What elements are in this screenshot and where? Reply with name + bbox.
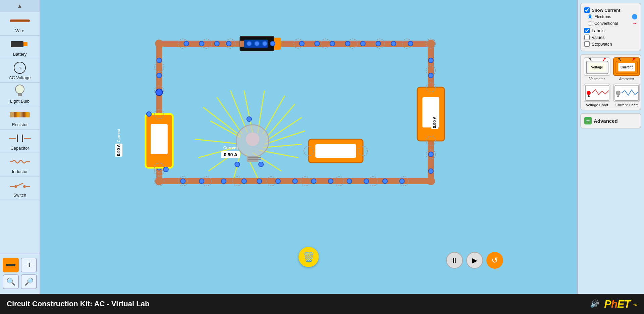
- capacitor-label: Capacitor: [10, 146, 29, 151]
- svg-point-131: [235, 162, 239, 167]
- electrons-radio[interactable]: [588, 14, 592, 19]
- current-chart-item[interactable]: Current Chart: [613, 84, 640, 107]
- switch-label: Switch: [13, 193, 26, 198]
- electrons-row: Electrons -: [588, 14, 637, 19]
- light-bulb-icon: [8, 85, 32, 98]
- svg-point-107: [164, 167, 168, 172]
- svg-point-17: [427, 40, 435, 48]
- conventional-radio[interactable]: [588, 21, 592, 26]
- svg-point-82: [383, 179, 387, 184]
- sidebar-item-ac-voltage[interactable]: ∿ AC Voltage: [0, 59, 40, 83]
- zoom-out-button[interactable]: 🔍: [3, 274, 19, 289]
- zoom-in-button[interactable]: 🔎: [21, 274, 37, 289]
- sidebar-item-battery[interactable]: Battery: [0, 36, 40, 59]
- svg-point-55: [226, 41, 231, 46]
- svg-line-110: [217, 97, 243, 134]
- show-current-panel: Show Current Electrons - Conventional → …: [580, 3, 641, 51]
- labels-checkbox[interactable]: [584, 28, 590, 33]
- svg-point-74: [428, 152, 433, 157]
- plus-icon: +: [584, 117, 592, 124]
- svg-point-16: [155, 40, 163, 48]
- svg-point-0: [15, 85, 24, 94]
- ammeter-image: Current: [613, 57, 640, 76]
- svg-rect-97: [422, 97, 439, 127]
- svg-line-109: [203, 107, 240, 136]
- sidebar-item-inductor[interactable]: Inductor: [0, 153, 40, 176]
- svg-point-106: [147, 112, 151, 116]
- svg-rect-99: [315, 144, 356, 158]
- svg-point-91: [221, 179, 226, 184]
- voltmeter-label: Voltmeter: [589, 77, 605, 81]
- left-sidebar: ▲ Wire Battery ∿: [0, 0, 40, 294]
- scroll-up-button[interactable]: ▲: [0, 0, 40, 12]
- svg-point-77: [292, 179, 297, 184]
- ac-voltage-label: AC Voltage: [9, 75, 31, 80]
- svg-text:Current: Current: [620, 65, 633, 69]
- values-checkbox[interactable]: [584, 35, 590, 40]
- values-row: Values: [584, 35, 637, 40]
- svg-point-54: [214, 41, 219, 46]
- resistor-icon: [8, 108, 32, 121]
- sidebar-item-light-bulb[interactable]: Light Bulb: [0, 83, 40, 106]
- step-icon: ▶: [472, 256, 477, 264]
- voltmeter-item[interactable]: Voltage Voltmeter: [584, 57, 610, 81]
- svg-point-92: [242, 179, 247, 184]
- advanced-button[interactable]: + Advanced: [580, 113, 641, 128]
- phet-logo: PhET ™: [604, 298, 637, 310]
- playback-controls: ⏸ ▶ ↺: [446, 252, 503, 269]
- svg-point-80: [347, 179, 352, 184]
- inductor-icon: [8, 155, 32, 168]
- show-current-checkbox[interactable]: [584, 7, 590, 13]
- show-current-label: Show Current: [592, 8, 620, 13]
- svg-point-127: [246, 133, 260, 146]
- wire-mode-icon: [6, 264, 15, 266]
- svg-point-56: [247, 41, 252, 46]
- svg-point-76: [276, 179, 280, 184]
- svg-point-132: [259, 162, 263, 167]
- sound-icon[interactable]: 🔊: [590, 300, 599, 308]
- stopwatch-checkbox[interactable]: [584, 41, 590, 47]
- canvas-area[interactable]: Current 0.90 A Current 0.90 A Current 0.…: [40, 0, 577, 294]
- voltage-chart-image: [584, 84, 610, 102]
- sidebar-item-switch[interactable]: Switch: [0, 176, 40, 200]
- svg-point-90: [199, 179, 204, 184]
- step-button[interactable]: ▶: [466, 252, 483, 269]
- svg-line-108: [210, 121, 240, 138]
- sidebar-item-wire[interactable]: Wire: [0, 12, 40, 36]
- svg-point-155: [616, 91, 620, 95]
- pause-icon: ⏸: [451, 257, 458, 264]
- svg-point-60: [300, 41, 304, 46]
- zoom-out-icon: 🔍: [6, 277, 15, 286]
- voltmeter-image: Voltage: [584, 57, 610, 76]
- svg-point-18: [427, 177, 435, 185]
- svg-point-79: [328, 179, 333, 184]
- current-chart-label: Current Chart: [615, 103, 638, 107]
- ammeter-label: Ammeter: [619, 77, 634, 81]
- svg-point-58: [262, 41, 267, 46]
- stopwatch-label: Stopwatch: [592, 42, 612, 47]
- trash-button[interactable]: 🗑️: [299, 247, 319, 267]
- electron-dot-icon: -: [632, 14, 637, 19]
- svg-point-75: [428, 169, 433, 173]
- voltage-chart-item[interactable]: Voltage Chart: [584, 84, 610, 107]
- advanced-label: Advanced: [594, 118, 618, 124]
- svg-point-63: [345, 41, 350, 46]
- app-title: Circuit Construction Kit: AC - Virtual L…: [7, 300, 590, 308]
- ac-voltage-icon: ∿: [8, 61, 32, 74]
- trash-icon: 🗑️: [303, 252, 315, 263]
- svg-point-65: [376, 41, 381, 46]
- sidebar-item-capacitor[interactable]: Capacitor: [0, 129, 40, 153]
- svg-point-78: [311, 179, 316, 184]
- svg-point-53: [199, 41, 204, 46]
- sidebar-item-resistor[interactable]: Resistor: [0, 106, 40, 129]
- reload-button[interactable]: ↺: [486, 252, 503, 269]
- svg-rect-95: [151, 124, 168, 154]
- wire-mode-button[interactable]: [3, 258, 19, 272]
- svg-point-133: [247, 117, 252, 121]
- ammeter-instrument-item[interactable]: Current Ammeter: [613, 57, 640, 81]
- svg-point-66: [391, 41, 396, 46]
- wire-label: Wire: [15, 28, 24, 33]
- node-mode-button[interactable]: ⊣⊢: [21, 258, 37, 272]
- svg-point-156: [617, 95, 619, 97]
- pause-button[interactable]: ⏸: [446, 252, 463, 269]
